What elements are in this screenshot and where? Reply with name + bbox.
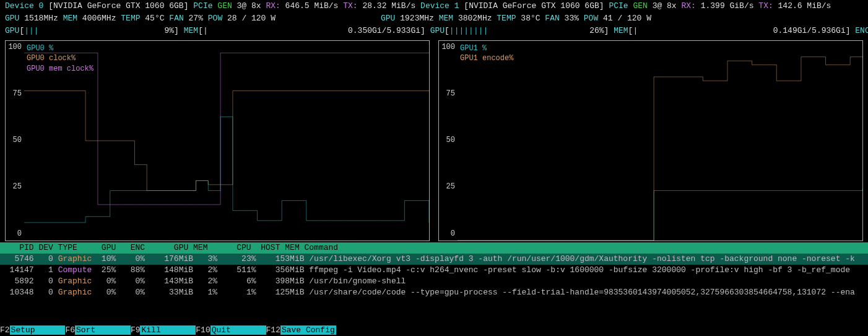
process-row[interactable]: 10348 0 Graphic 0% 0% 33MiB 1% 1% 125MiB… <box>0 287 868 298</box>
fkey: F10 <box>196 325 210 335</box>
gpu0-chart: 1007550250 GPU0 %GPU0 clock%GPU0 mem clo… <box>5 40 430 241</box>
ytick: 0 <box>17 229 22 239</box>
legend-item: GPU0 % <box>27 43 93 54</box>
fkey-label[interactable]: Save Config <box>280 325 336 335</box>
process-row[interactable]: 5746 0 Graphic 10% 0% 176MiB 3% 23% 153M… <box>0 254 868 265</box>
process-table: PID DEV TYPE GPU ENC GPU MEM CPU HOST ME… <box>0 242 868 298</box>
fkey: F9 <box>131 325 141 335</box>
gpu1-chart: 1007550250 GPU1 %GPU1 encode% <box>438 40 863 241</box>
legend-item: GPU1 encode% <box>460 53 513 64</box>
device-headers: Device 0 [NVIDIA GeForce GTX 1060 6GB] P… <box>0 0 868 38</box>
ytick: 100 <box>8 42 22 53</box>
process-row[interactable]: 14147 1 Compute 25% 88% 148MiB 2% 511% 3… <box>0 265 868 276</box>
ytick: 100 <box>441 42 455 53</box>
fkey-label[interactable]: Sort <box>75 325 131 335</box>
process-header: PID DEV TYPE GPU ENC GPU MEM CPU HOST ME… <box>0 242 868 254</box>
legend-item: GPU0 mem clock% <box>27 64 93 74</box>
fkey-label[interactable]: Quit <box>210 325 266 335</box>
yaxis: 1007550250 <box>439 41 458 241</box>
fkey: F12 <box>266 325 280 335</box>
fkey: F6 <box>65 325 75 335</box>
legend-item: GPU0 clock% <box>27 53 93 64</box>
footer-bar: F2Setup F6Sort F9Kill F10Quit F12Save Co… <box>0 325 868 336</box>
legend: GPU0 %GPU0 clock%GPU0 mem clock% <box>27 43 93 74</box>
legend: GPU1 %GPU1 encode% <box>460 43 513 64</box>
charts-row: 1007550250 GPU0 %GPU0 clock%GPU0 mem clo… <box>0 38 868 242</box>
ytick: 0 <box>451 229 455 239</box>
ytick: 50 <box>446 135 455 146</box>
fkey: F2 <box>0 325 10 335</box>
ytick: 25 <box>13 182 22 192</box>
yaxis: 1007550250 <box>6 41 24 241</box>
ytick: 25 <box>446 182 455 192</box>
process-row[interactable]: 5892 0 Graphic 0% 0% 143MiB 2% 6% 398MiB… <box>0 276 868 287</box>
ytick: 50 <box>13 135 22 146</box>
plot-area: GPU1 %GPU1 encode% <box>458 41 862 241</box>
legend-item: GPU1 % <box>460 43 513 54</box>
ytick: 75 <box>446 89 455 99</box>
plot-area: GPU0 %GPU0 clock%GPU0 mem clock% <box>24 41 429 241</box>
fkey-label[interactable]: Setup <box>10 325 66 335</box>
fkey-label[interactable]: Kill <box>140 325 196 335</box>
ytick: 75 <box>13 89 22 99</box>
